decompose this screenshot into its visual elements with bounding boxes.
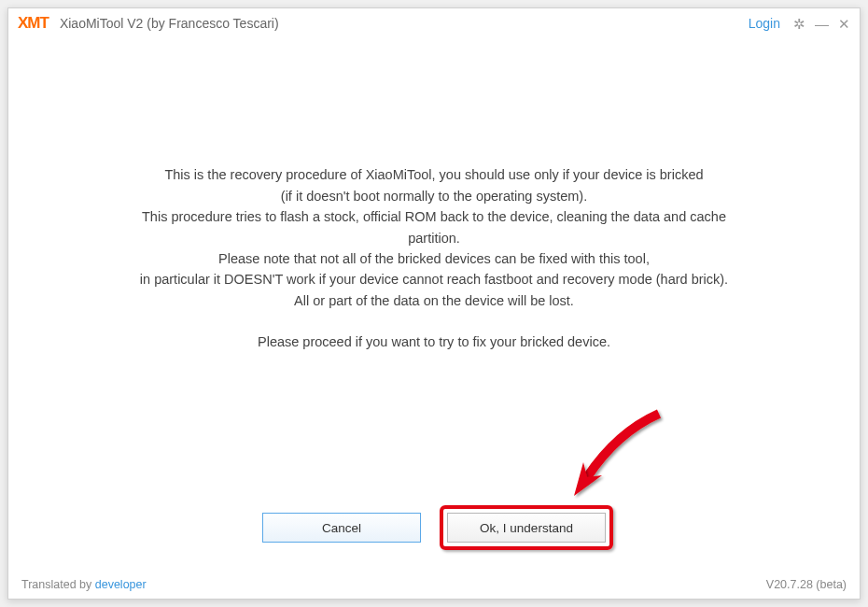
close-icon[interactable]: ✕	[838, 17, 850, 31]
message-line: Please note that not all of the bricked …	[140, 248, 728, 269]
app-window: XMT XiaoMiTool V2 (by Francesco Tescari)…	[7, 7, 861, 600]
button-row: Cancel Ok, I understand	[8, 513, 860, 543]
app-logo: XMT	[18, 14, 49, 33]
version-label: V20.7.28 (beta)	[766, 578, 847, 591]
translated-prefix: Translated by	[21, 578, 95, 591]
ok-understand-button[interactable]: Ok, I understand	[447, 513, 606, 543]
highlighted-button-wrap: Ok, I understand	[447, 513, 606, 543]
cancel-button[interactable]: Cancel	[262, 513, 421, 543]
window-title: XiaoMiTool V2 (by Francesco Tescari)	[60, 16, 749, 31]
login-link[interactable]: Login	[749, 16, 780, 31]
window-controls: ✲ — ✕	[793, 17, 850, 31]
recovery-message: This is the recovery procedure of XiaoMi…	[140, 164, 728, 353]
message-line: (if it doesn't boot normally to the oper…	[140, 186, 728, 206]
message-line: This procedure tries to flash a stock, o…	[140, 206, 728, 227]
message-line: partition.	[140, 228, 728, 248]
message-line: in particular it DOESN'T work if your de…	[140, 269, 728, 289]
settings-icon[interactable]: ✲	[793, 17, 805, 31]
message-line: All or part of the data on the device wi…	[140, 290, 728, 311]
translated-by: Translated by developer	[21, 578, 147, 591]
footer: Translated by developer V20.7.28 (beta)	[8, 572, 860, 599]
content-area: This is the recovery procedure of XiaoMi…	[8, 38, 860, 572]
message-line: Please proceed if you want to try to fix…	[140, 332, 728, 352]
titlebar: XMT XiaoMiTool V2 (by Francesco Tescari)…	[8, 8, 860, 38]
developer-link[interactable]: developer	[95, 578, 147, 591]
message-line: This is the recovery procedure of XiaoMi…	[140, 164, 728, 185]
minimize-icon[interactable]: —	[815, 17, 829, 31]
